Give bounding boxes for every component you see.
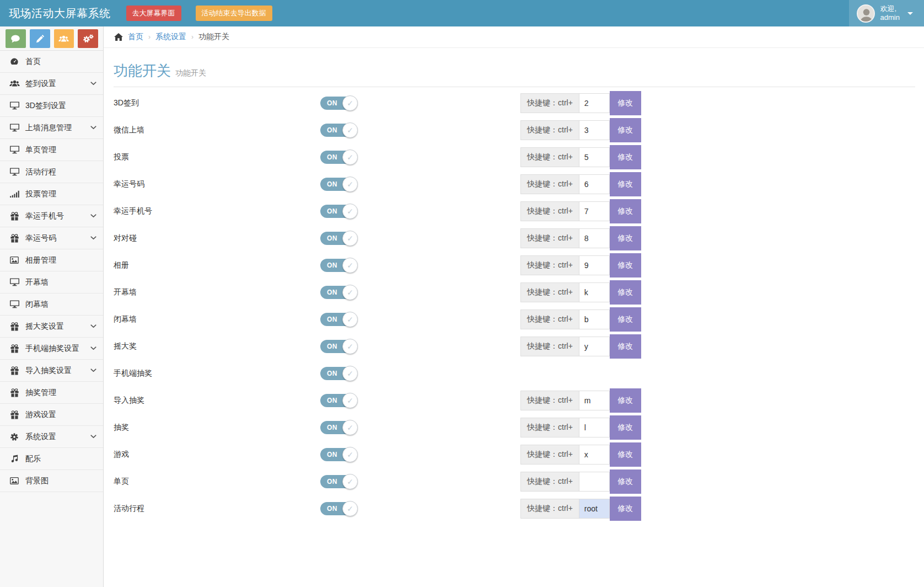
check-icon: ✓	[342, 312, 358, 327]
page-subtitle: 功能开关	[175, 68, 206, 77]
toggle-on[interactable]: ON✓	[320, 97, 354, 110]
gift-icon	[8, 322, 20, 331]
shortcut-key-input[interactable]	[579, 120, 610, 140]
shortcut-key-input[interactable]	[579, 255, 610, 275]
gift-icon	[8, 234, 20, 243]
shortcut-key-input[interactable]	[579, 282, 610, 302]
modify-button[interactable]: 修改	[610, 307, 641, 332]
sidebar-item[interactable]: 3D签到设置	[0, 95, 103, 117]
quick-button-cogs[interactable]	[78, 29, 98, 48]
shortcut-key-input[interactable]	[579, 309, 610, 329]
sidebar-item[interactable]: 背景图	[0, 470, 103, 492]
shortcut-key-input[interactable]	[579, 418, 610, 437]
sidebar-item[interactable]: 投票管理	[0, 183, 103, 205]
sidebar-item[interactable]: 游戏设置	[0, 404, 103, 426]
toggle-on[interactable]: ON✓	[320, 448, 354, 461]
modify-button[interactable]: 修改	[610, 199, 641, 223]
shortcut-key-input[interactable]	[579, 93, 610, 113]
toggle-on[interactable]: ON✓	[320, 313, 354, 326]
shortcut-key-input[interactable]	[579, 147, 610, 167]
shortcut-key-input[interactable]	[579, 228, 610, 248]
toggle-on-label: ON	[327, 451, 337, 458]
toggle-cell: ON✓	[320, 97, 520, 110]
toggle-on[interactable]: ON✓	[320, 421, 354, 434]
modify-button[interactable]: 修改	[610, 442, 641, 467]
sidebar-item[interactable]: 首页	[0, 51, 103, 73]
sidebar-item-label: 相册管理	[25, 255, 96, 265]
modify-button[interactable]: 修改	[610, 469, 641, 494]
feature-name: 投票	[114, 152, 320, 162]
user-menu[interactable]: 欢迎, admin	[849, 0, 924, 26]
modify-button[interactable]: 修改	[610, 280, 641, 305]
shortcut-key-input[interactable]	[579, 472, 610, 492]
toggle-on[interactable]: ON✓	[320, 151, 354, 164]
sidebar-item[interactable]: 摇大奖设置	[0, 316, 103, 338]
go-bigscreen-button[interactable]: 去大屏幕界面	[126, 6, 181, 21]
check-icon: ✓	[342, 366, 358, 381]
modify-button[interactable]: 修改	[610, 172, 641, 196]
feature-name: 开幕墙	[114, 287, 320, 297]
sidebar-item[interactable]: 配乐	[0, 448, 103, 470]
modify-button[interactable]: 修改	[610, 334, 641, 359]
sidebar-item[interactable]: 单页管理	[0, 139, 103, 161]
sidebar-item[interactable]: 上墙消息管理	[0, 117, 103, 139]
shortcut-key-input[interactable]	[579, 499, 610, 519]
sidebar-item[interactable]: 幸运手机号	[0, 205, 103, 227]
quick-button-users[interactable]	[54, 29, 74, 48]
toggle-on-label: ON	[327, 153, 337, 161]
sidebar-item-label: 背景图	[25, 476, 96, 486]
toggle-on[interactable]: ON✓	[320, 367, 354, 380]
toggle-on[interactable]: ON✓	[320, 475, 354, 488]
quick-button-chat[interactable]	[6, 29, 26, 48]
chevron-down-icon	[90, 82, 96, 86]
sidebar-item[interactable]: 开幕墙	[0, 271, 103, 294]
welcome-text: 欢迎, admin	[880, 4, 900, 22]
modify-button[interactable]: 修改	[610, 415, 641, 440]
toggle-on[interactable]: ON✓	[320, 124, 354, 137]
toggle-on[interactable]: ON✓	[320, 286, 354, 299]
sidebar-item[interactable]: 手机端抽奖设置	[0, 338, 103, 360]
shortcut-key-label: 快捷键：ctrl+	[520, 391, 579, 410]
modify-button[interactable]: 修改	[610, 253, 641, 278]
modify-button[interactable]: 修改	[610, 388, 641, 413]
modify-button[interactable]: 修改	[610, 145, 641, 169]
shortcut-key-input[interactable]	[579, 445, 610, 465]
modify-button[interactable]: 修改	[610, 497, 641, 521]
feature-name: 对对碰	[114, 233, 320, 243]
breadcrumb-section-link[interactable]: 系统设置	[155, 32, 186, 42]
sidebar-item[interactable]: 签到设置	[0, 73, 103, 95]
shortcut-key-input[interactable]	[579, 201, 610, 221]
gift-icon	[8, 366, 20, 375]
sidebar-item[interactable]: 幸运号码	[0, 227, 103, 249]
sidebar-item-label: 配乐	[25, 454, 96, 464]
sidebar-item[interactable]: 系统设置	[0, 426, 103, 448]
toggle-on[interactable]: ON✓	[320, 232, 354, 245]
shortcut-key-input[interactable]	[579, 391, 610, 410]
shortcut-key-input[interactable]	[579, 337, 610, 356]
toggle-on[interactable]: ON✓	[320, 205, 354, 218]
toggle-on-label: ON	[327, 316, 337, 323]
toggle-on[interactable]: ON✓	[320, 340, 354, 353]
sidebar-item-label: 导入抽奖设置	[25, 366, 90, 376]
quick-button-pencil[interactable]	[30, 29, 50, 48]
toggle-on[interactable]: ON✓	[320, 178, 354, 191]
breadcrumb-home-link[interactable]: 首页	[128, 32, 143, 42]
sidebar-item[interactable]: 相册管理	[0, 249, 103, 271]
sidebar-item[interactable]: 活动行程	[0, 161, 103, 183]
sidebar-item-label: 闭幕墙	[25, 300, 96, 309]
shortcut-key-label: 快捷键：ctrl+	[520, 282, 579, 302]
export-data-button[interactable]: 活动结束去导出数据	[196, 6, 272, 21]
toggle-on[interactable]: ON✓	[320, 502, 354, 515]
sidebar-item[interactable]: 闭幕墙	[0, 294, 103, 316]
toggle-on[interactable]: ON✓	[320, 259, 354, 272]
toggle-on[interactable]: ON✓	[320, 394, 354, 407]
modify-button[interactable]: 修改	[610, 118, 641, 142]
sidebar-item[interactable]: 抽奖管理	[0, 382, 103, 404]
image-icon	[8, 477, 20, 484]
sidebar-item-label: 幸运手机号	[25, 211, 90, 221]
toggle-on-label: ON	[327, 370, 337, 377]
sidebar-item[interactable]: 导入抽奖设置	[0, 360, 103, 382]
modify-button[interactable]: 修改	[610, 226, 641, 250]
modify-button[interactable]: 修改	[610, 91, 641, 115]
shortcut-key-input[interactable]	[579, 174, 610, 194]
